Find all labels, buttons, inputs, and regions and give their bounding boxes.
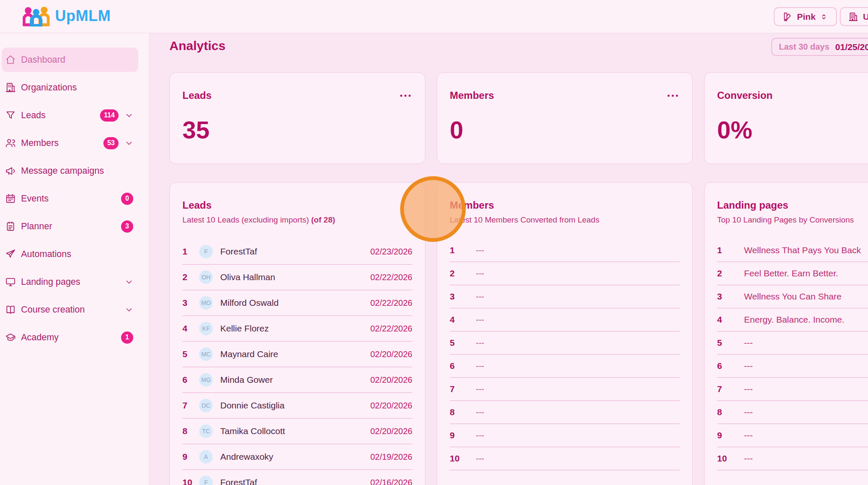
lists-row: Leads Latest 10 Leads (excluding imports… — [169, 182, 868, 485]
leads-list-subtitle: Latest 10 Leads (excluding imports) (of … — [182, 215, 412, 225]
sidebar-item-planner[interactable]: Planner 3 — [2, 214, 138, 239]
stat-value: 35 — [182, 116, 412, 144]
calendar-icon — [5, 193, 16, 204]
lead-row[interactable]: 7 DC Donnie Castiglia 02/20/2026 — [182, 393, 412, 419]
row-number: 2 — [717, 268, 731, 278]
brand-logo[interactable]: UpMLM — [23, 5, 111, 27]
chevron-down-icon — [125, 139, 133, 147]
row-number: 8 — [450, 407, 464, 417]
avatar: A — [199, 450, 213, 464]
megaphone-icon — [5, 165, 16, 176]
lead-row[interactable]: 2 OH Oliva Hallman 02/22/2026 — [182, 265, 412, 290]
lead-name: Kellie Florez — [220, 323, 269, 334]
row-number: 1 — [182, 246, 197, 257]
chevron-down-icon — [125, 305, 133, 314]
row-number: 9 — [182, 452, 197, 462]
members-list-subtitle: Latest 10 Members Converted from Leads — [450, 215, 680, 225]
member-row: 6 --- — [450, 355, 680, 378]
count-badge: 3 — [121, 220, 133, 233]
landing-page-row[interactable]: 4 Energy. Balance. Income. — [717, 308, 868, 331]
landing-page-row[interactable]: 7 --- — [717, 378, 868, 401]
row-number: 10 — [182, 477, 197, 485]
lead-row[interactable]: 1 F ForestTaf 02/23/2026 — [182, 239, 412, 265]
landing-page-row[interactable]: 10 --- — [717, 447, 868, 470]
lead-name: Milford Oswald — [220, 298, 279, 308]
landing-page-row[interactable]: 1 Wellness That Pays You Back — [717, 239, 868, 262]
chevron-down-icon — [125, 111, 133, 119]
sidebar-item-organizations[interactable]: Organizations — [2, 75, 138, 100]
stat-card-leads: Leads 35 — [169, 72, 425, 164]
lead-date: 02/20/2026 — [370, 401, 412, 411]
sidebar-item-landing-pages[interactable]: Landing pages — [2, 270, 138, 294]
date-range-preset: Last 30 days — [779, 42, 829, 52]
landing-page-row[interactable]: 8 --- — [717, 401, 868, 424]
sidebar-item-automations[interactable]: Automations — [2, 242, 138, 266]
row-number: 6 — [450, 361, 464, 371]
more-menu-icon[interactable] — [666, 93, 680, 98]
member-placeholder: --- — [476, 246, 484, 255]
sidebar-item-academy[interactable]: Academy 1 — [2, 325, 138, 350]
date-range-picker[interactable]: Last 30 days 01/25/20 — [771, 38, 868, 56]
landing-page-name: Wellness That Pays You Back — [744, 245, 861, 255]
lead-row[interactable]: 4 KF Kellie Florez 02/22/2026 — [182, 316, 412, 342]
sidebar-item-message-campaigns[interactable]: Message campaigns — [2, 159, 138, 183]
click-indicator — [400, 176, 466, 242]
member-placeholder: --- — [476, 454, 484, 464]
theme-selector-label: Pink — [797, 12, 815, 22]
sidebar-item-events[interactable]: Events 0 — [2, 186, 138, 211]
lead-row[interactable]: 3 MO Milford Oswald 02/22/2026 — [182, 290, 412, 316]
landing-page-row[interactable]: 5 --- — [717, 331, 868, 355]
rocket-icon — [5, 249, 16, 260]
landing-page-row[interactable]: 3 Wellness You Can Share — [717, 285, 868, 308]
landing-page-row[interactable]: 2 Feel Better. Earn Better. — [717, 262, 868, 285]
lead-row[interactable]: 9 A Andrewaxoky 02/19/2026 — [182, 444, 412, 470]
theme-selector-button[interactable]: Pink — [774, 7, 837, 26]
member-row: 10 --- — [450, 447, 680, 470]
leads-rows: 1 F ForestTaf 02/23/2026 2 OH Oliva Hall… — [182, 239, 412, 485]
landing-pages-list-subtitle: Top 10 Landing Pages by Conversions — [717, 215, 868, 225]
sidebar-item-members[interactable]: Members 53 — [2, 131, 138, 155]
sidebar-item-dashboard[interactable]: Dashboard — [2, 48, 138, 72]
lead-name: ForestTaf — [220, 246, 257, 257]
lead-row[interactable]: 5 MC Maynard Caire 02/20/2026 — [182, 342, 412, 367]
member-row: 8 --- — [450, 401, 680, 424]
landing-rows: 1 Wellness That Pays You Back 2 Feel Bet… — [717, 239, 868, 470]
avatar: KF — [199, 322, 213, 335]
row-number: 5 — [717, 338, 731, 348]
lead-date: 02/20/2026 — [370, 427, 412, 436]
lead-name: Andrewaxoky — [220, 452, 273, 462]
row-number: 3 — [717, 292, 731, 302]
more-menu-icon[interactable] — [398, 93, 412, 98]
row-number: 9 — [450, 430, 464, 440]
landing-page-name: --- — [744, 453, 753, 464]
member-placeholder: --- — [476, 292, 484, 302]
lead-name: ForestTaf — [220, 477, 257, 485]
member-placeholder: --- — [476, 384, 484, 394]
home-icon — [5, 54, 16, 65]
count-badge: 114 — [100, 109, 119, 122]
sidebar-item-course-creation[interactable]: Course creation — [2, 297, 138, 322]
landing-page-row[interactable]: 9 --- — [717, 424, 868, 447]
member-row: 4 --- — [450, 308, 680, 331]
lead-row[interactable]: 6 MG Minda Gower 02/20/2026 — [182, 367, 412, 393]
row-number: 5 — [450, 338, 464, 348]
row-number: 10 — [717, 453, 731, 464]
lead-row[interactable]: 10 F ForestTaf 02/16/2026 — [182, 470, 412, 485]
row-number: 7 — [717, 384, 731, 394]
count-badge: 1 — [121, 331, 133, 344]
organization-switcher-button[interactable]: U — [840, 7, 868, 26]
lead-name: Donnie Castiglia — [220, 400, 285, 411]
member-placeholder: --- — [476, 315, 484, 325]
row-number: 1 — [717, 245, 731, 255]
stat-card-title: Members — [450, 90, 494, 101]
sidebar-nav-list: Dashboard Organizations Leads 114 — [0, 33, 149, 350]
lead-row[interactable]: 8 TC Tamika Collocott 02/20/2026 — [182, 419, 412, 444]
graduation-cap-icon — [5, 332, 16, 343]
people-icon — [5, 138, 16, 148]
members-rows: 1 --- 2 --- 3 --- 4 --- 5 --- — [450, 239, 680, 470]
sidebar-item-leads[interactable]: Leads 114 — [2, 103, 138, 127]
landing-page-row[interactable]: 6 --- — [717, 355, 868, 378]
lead-date: 02/22/2026 — [370, 324, 412, 334]
book-icon — [5, 304, 16, 315]
landing-page-name: --- — [744, 407, 753, 417]
